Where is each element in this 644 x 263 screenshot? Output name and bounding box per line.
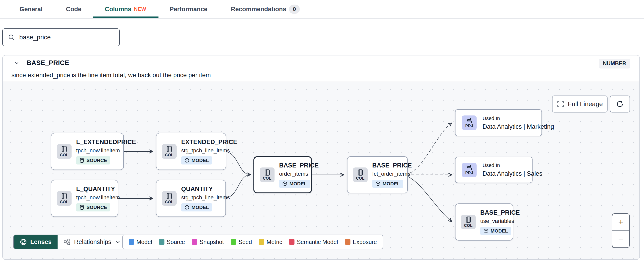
cube-icon (484, 228, 488, 234)
used-in-label: Used In (482, 115, 500, 121)
badge-label: SOURCE (86, 158, 107, 163)
node-title: BASE_PRICE (480, 209, 520, 216)
tab-code[interactable]: Code (66, 0, 82, 18)
resource-type-badge: MODEL (181, 156, 212, 165)
tab-label: Performance (170, 6, 207, 13)
icon-kind-label: PRJ (465, 171, 473, 175)
node-subtitle: order_items (279, 171, 308, 177)
node-subtitle: tpch_now.lineitem (76, 194, 120, 201)
icon-kind-label: COL (165, 153, 174, 157)
column-icon: COL (461, 215, 476, 229)
badge-label: MODEL (192, 205, 209, 210)
tab-label: Recommendations (231, 6, 286, 13)
column-icon: COL (57, 144, 72, 159)
node-used-in-marketing[interactable]: PRJ Used In Data Analytics | Marketing (455, 109, 542, 136)
fullscreen-icon (557, 100, 564, 108)
badge-label: MODEL (490, 228, 508, 234)
refresh-button[interactable] (610, 95, 630, 112)
node-title: Data Analytics | Marketing (482, 123, 554, 130)
node-base-price-fct-order-items[interactable]: COL BASE_PRICE fct_order_items MODEL (347, 156, 408, 193)
node-l-extendedprice[interactable]: COL L_EXTENDEDPRICE tpch_now.lineitem SO… (51, 133, 124, 170)
icon-kind-label: COL (356, 176, 364, 181)
column-icon: COL (57, 191, 72, 206)
node-subtitle: fct_order_items (372, 171, 410, 177)
edge-fctorderitems-marketing (406, 123, 451, 174)
lineage-canvas[interactable]: COL L_EXTENDEDPRICE tpch_now.lineitem SO… (3, 82, 640, 259)
node-base-price-order-items[interactable]: COL BASE_PRICE order_items MODEL (254, 156, 312, 193)
tab-columns[interactable]: Columns NEW (105, 0, 146, 18)
zoom-out-button[interactable]: − (612, 231, 629, 248)
legend-swatch (231, 239, 236, 245)
node-title: BASE_PRICE (279, 162, 319, 169)
column-icon: COL (353, 168, 368, 182)
column-icon: COL (260, 168, 274, 182)
column-icon: COL (162, 144, 176, 159)
node-used-in-sales[interactable]: PRJ Used In Data Analytics | Sales (455, 157, 532, 183)
full-lineage-button[interactable]: Full Lineage (552, 95, 608, 112)
icon-kind-label: COL (60, 200, 68, 204)
zoom-in-button[interactable]: + (612, 214, 629, 231)
node-quantity[interactable]: COL QUANTITY stg_tpch_line_items MODEL (156, 180, 226, 217)
zoom-control: + − (612, 213, 630, 248)
relationships-dropdown[interactable]: Relationships (58, 235, 127, 249)
legend-item-source: Source (159, 239, 185, 245)
legend-swatch (259, 239, 264, 245)
legend-swatch (129, 239, 134, 245)
node-title: BASE_PRICE (372, 162, 412, 169)
refresh-icon (616, 100, 624, 108)
lineage-edges (3, 82, 640, 259)
column-card: BASE_PRICE NUMBER since extended_price i… (2, 55, 640, 260)
node-title: Data Analytics | Sales (482, 170, 542, 177)
badge-label: MODEL (382, 181, 400, 187)
tab-performance[interactable]: Performance (170, 0, 207, 18)
tab-general[interactable]: General (20, 0, 43, 18)
legend-item-seed: Seed (231, 239, 252, 245)
column-name: BASE_PRICE (26, 59, 69, 67)
tab-label: General (20, 6, 43, 13)
project-icon: PRJ (462, 115, 476, 130)
badge-label: MODEL (290, 181, 307, 187)
badge-label: MODEL (192, 158, 209, 163)
used-in-label: Used In (482, 162, 500, 168)
node-title: L_QUANTITY (76, 186, 115, 193)
legend-swatch (345, 239, 350, 245)
tab-bar: General Code Columns NEW Performance Rec… (0, 0, 644, 19)
new-badge: NEW (134, 6, 146, 12)
icon-kind-label: COL (165, 200, 174, 204)
lenses-group: Lenses Relationships (13, 235, 127, 249)
column-icon: COL (162, 191, 176, 206)
database-icon (79, 158, 84, 163)
recommendations-count-badge: 0 (289, 4, 300, 14)
legend-label: Snapshot (200, 239, 224, 245)
edge-fctorderitems-usevariables (406, 176, 451, 221)
resource-type-badge: SOURCE (76, 203, 110, 212)
full-lineage-label: Full Lineage (568, 100, 603, 108)
resource-type-badge: MODEL (480, 227, 511, 235)
node-l-quantity[interactable]: COL L_QUANTITY tpch_now.lineitem SOURCE (51, 180, 118, 217)
legend-label: Source (167, 239, 185, 245)
legend-item-snapshot: Snapshot (192, 239, 224, 245)
node-extended-price[interactable]: COL EXTENDED_PRICE stg_tpch_line_items M… (156, 133, 226, 170)
collapse-chevron-icon[interactable] (13, 59, 20, 66)
node-title: L_EXTENDEDPRICE (76, 139, 136, 146)
node-subtitle: stg_tpch_line_items (181, 147, 230, 154)
tab-label: Columns (105, 6, 132, 13)
chevron-down-icon (115, 239, 121, 245)
node-base-price-use-variables[interactable]: COL BASE_PRICE use_variables MODEL (455, 204, 513, 241)
relationships-label: Relationships (74, 239, 111, 246)
cube-icon (184, 205, 190, 210)
column-description: since extended_price is the line item to… (12, 72, 630, 79)
search-input[interactable] (19, 34, 114, 41)
legend-label: Seed (238, 239, 252, 245)
node-subtitle: stg_tpch_line_items (181, 194, 230, 201)
relationships-icon (64, 239, 70, 245)
resource-type-badge: MODEL (181, 203, 212, 212)
legend-item-exposure: Exposure (345, 239, 377, 245)
node-subtitle: use_variables (480, 218, 514, 224)
legend-item-model: Model (129, 239, 152, 245)
legend-label: Model (136, 239, 152, 245)
tab-recommendations[interactable]: Recommendations 0 (231, 0, 300, 18)
resource-type-badge: MODEL (372, 180, 403, 188)
legend-swatch (192, 239, 197, 245)
lenses-button[interactable]: Lenses (14, 235, 58, 249)
